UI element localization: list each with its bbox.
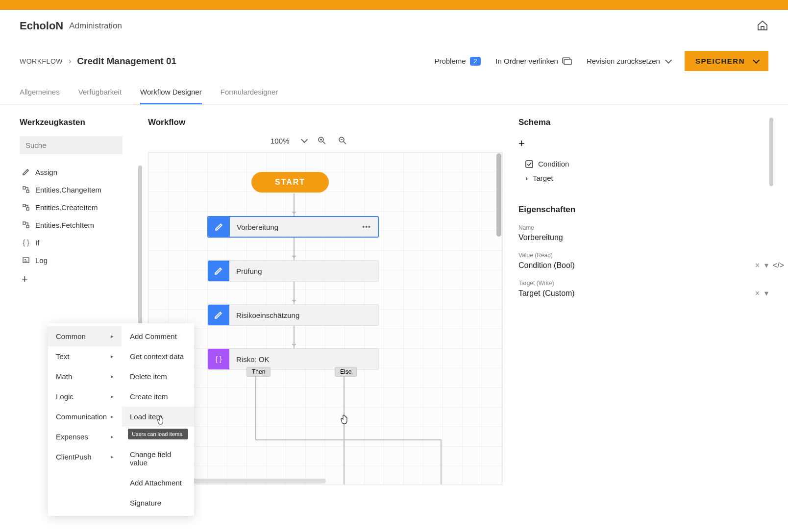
prop-target-write-field[interactable]: Target (Custom) × ▾: [518, 289, 768, 298]
chevron-right-icon: ▸: [111, 373, 114, 380]
tool-change-item[interactable]: Entities.ChangeItem: [20, 181, 132, 198]
clear-icon[interactable]: ×: [755, 289, 760, 298]
schema-item-label: Condition: [538, 160, 569, 168]
schema-title: Schema: [518, 118, 768, 127]
tool-label: Entities.ChangeItem: [35, 186, 101, 194]
node-pruefung[interactable]: Prüfung: [207, 260, 379, 282]
schema-item-condition[interactable]: Condition: [518, 157, 768, 171]
schema-item-label: Target: [533, 174, 553, 182]
schema-scrollbar[interactable]: [769, 118, 773, 186]
node-label: Risikoeinschätzung: [229, 311, 378, 319]
pencil-icon: [22, 168, 30, 176]
submenu-get-context-data[interactable]: Get context data: [122, 346, 194, 366]
zoom-out-icon[interactable]: [338, 136, 347, 145]
entity-icon: [22, 220, 30, 229]
tool-create-item[interactable]: Entities.CreateItem: [20, 198, 132, 216]
tool-fetch-item[interactable]: Entities.FetchItem: [20, 216, 132, 234]
svg-rect-6: [23, 222, 25, 224]
header: EcholoN Administration: [0, 10, 788, 42]
canvas-scrollbar-vertical[interactable]: [496, 153, 501, 237]
schema-add-button[interactable]: +: [518, 137, 768, 150]
save-button[interactable]: SPEICHERN: [685, 51, 768, 71]
workflow-canvas[interactable]: START Vorbereitung ••• Prüfung Risikoein…: [148, 152, 503, 485]
menu-category-clientpush[interactable]: ClientPush▸: [48, 447, 122, 467]
pencil-icon: [208, 217, 230, 237]
menu-label: Change field value: [130, 450, 186, 467]
submenu-delete-item[interactable]: Delete item: [122, 366, 194, 387]
link-in-folder-button[interactable]: In Ordner verlinken: [495, 57, 572, 65]
menu-label: Common: [56, 332, 86, 340]
menu-label: Expenses: [56, 433, 88, 441]
zoom-in-icon[interactable]: [318, 136, 326, 145]
connector-line: [255, 439, 442, 440]
breadcrumb-root[interactable]: WORKFLOW: [20, 57, 63, 65]
menu-category-communication[interactable]: Communication▸: [48, 407, 122, 427]
start-node[interactable]: START: [251, 172, 329, 193]
submenu-change-field-value[interactable]: Change field value: [122, 444, 194, 473]
node-risiko[interactable]: Risikoeinschätzung: [207, 304, 379, 326]
chevron-right-icon: ▸: [111, 333, 114, 339]
prop-name-value[interactable]: Vorbereitung: [518, 233, 768, 242]
clear-icon[interactable]: ×: [755, 261, 760, 270]
chevron-right-icon: ›: [525, 174, 528, 182]
menu-label: Signature: [130, 499, 161, 507]
toolbox-search-input[interactable]: [20, 136, 123, 154]
connector-line: [255, 376, 256, 439]
submenu-create-item[interactable]: Create item: [122, 387, 194, 407]
svg-rect-5: [26, 208, 29, 210]
tab-form-designer[interactable]: Formulardesigner: [221, 81, 278, 104]
schema-item-target[interactable]: › Target: [518, 171, 768, 185]
code-icon[interactable]: </>: [773, 261, 784, 270]
tab-general[interactable]: Allgemeines: [20, 81, 60, 104]
submenu-load-item[interactable]: Load item: [122, 407, 194, 427]
menu-category-expenses[interactable]: Expenses▸: [48, 427, 122, 447]
prop-target-write-label: Target (Write): [518, 280, 768, 287]
menu-label: Add Comment: [130, 332, 177, 340]
menu-category-logic[interactable]: Logic▸: [48, 387, 122, 407]
tab-bar: Allgemeines Verfügbarkeit Workflow Desig…: [0, 81, 788, 105]
node-label: Vorbereitung: [230, 223, 362, 231]
menu-label: Create item: [130, 392, 168, 401]
add-tool-button[interactable]: +: [20, 269, 132, 290]
menu-label: Text: [56, 352, 70, 361]
breadcrumb-chevron-icon: ›: [69, 57, 71, 66]
node-vorbereitung[interactable]: Vorbereitung •••: [207, 216, 379, 238]
menu-label: Math: [56, 372, 72, 381]
menu-category-common[interactable]: Common▸: [48, 326, 122, 346]
dropdown-icon[interactable]: ▾: [764, 261, 768, 270]
connector-arrow: [294, 193, 295, 216]
menu-label: Add Attachment: [130, 479, 182, 487]
connector-line: [441, 439, 442, 485]
problems-count-badge: 2: [470, 57, 481, 66]
menu-label: Communication: [56, 412, 107, 421]
home-icon[interactable]: [757, 20, 768, 31]
revision-reset-dropdown[interactable]: Revision zurücksetzen: [587, 57, 670, 65]
zoom-dropdown-icon[interactable]: [301, 136, 308, 143]
toolbox-scrollbar[interactable]: [138, 166, 142, 332]
submenu-add-attachment[interactable]: Add Attachment: [122, 473, 194, 493]
zoom-level: 100%: [271, 137, 289, 145]
canvas-area: Workflow 100% START Vorbereitung ••• Prü…: [148, 118, 503, 524]
dropdown-icon[interactable]: ▾: [764, 289, 768, 298]
tab-availability[interactable]: Verfügbarkeit: [78, 81, 122, 104]
prop-value-read-field[interactable]: Condition (Bool) × ▾ </>: [518, 261, 768, 270]
menu-label: ClientPush: [56, 453, 92, 461]
branch-then: Then: [246, 367, 271, 377]
svg-rect-1: [564, 59, 571, 65]
tab-workflow-designer[interactable]: Workflow Designer: [140, 81, 202, 104]
submenu-signature[interactable]: Signature: [122, 493, 194, 513]
submenu-add-comment[interactable]: Add Comment: [122, 326, 194, 346]
tool-log[interactable]: Log: [20, 251, 132, 269]
svg-rect-11: [526, 161, 533, 168]
menu-label: Get context data: [130, 352, 184, 361]
pencil-icon: [208, 305, 229, 325]
menu-category-text[interactable]: Text▸: [48, 346, 122, 366]
problems-indicator[interactable]: Probleme 2: [434, 57, 481, 66]
entity-icon: [22, 203, 30, 212]
menu-category-math[interactable]: Math▸: [48, 366, 122, 387]
branch-else: Else: [335, 367, 357, 377]
node-menu-icon[interactable]: •••: [362, 223, 371, 231]
tool-assign[interactable]: Assign: [20, 163, 132, 181]
tool-if[interactable]: { } If: [20, 234, 132, 251]
context-menu: Common▸ Text▸ Math▸ Logic▸ Communication…: [48, 323, 194, 516]
